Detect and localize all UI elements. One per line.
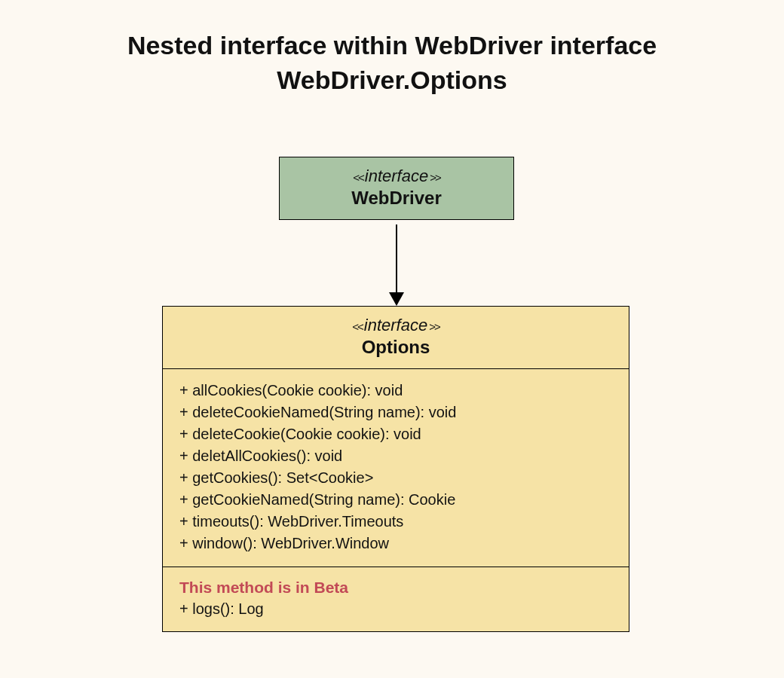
- title-line-2: WebDriver.Options: [277, 66, 507, 94]
- stereotype-open: <<: [351, 320, 364, 333]
- diagram-canvas: Nested interface within WebDriver interf…: [0, 0, 784, 678]
- stereotype-word: interface: [364, 316, 427, 334]
- webdriver-header: <<interface>> WebDriver: [280, 157, 513, 219]
- method-item: + deleteCookie(Cookie cookie): void: [179, 423, 612, 445]
- method-item: + allCookies(Cookie cookie): void: [179, 380, 612, 402]
- webdriver-class-name: WebDriver: [287, 188, 506, 209]
- method-item: + deletAllCookies(): void: [179, 445, 612, 467]
- webdriver-stereotype: <<interface>>: [287, 166, 506, 186]
- containment-arrow-head-icon: [389, 292, 404, 306]
- webdriver-interface-box: <<interface>> WebDriver: [279, 157, 514, 220]
- stereotype-open: <<: [351, 171, 365, 184]
- options-interface-box: <<interface>> Options + allCookies(Cooki…: [162, 306, 629, 632]
- beta-note: This method is in Beta: [179, 576, 612, 598]
- method-item: + window(): WebDriver.Window: [179, 533, 612, 554]
- stereotype-word: interface: [365, 166, 428, 185]
- method-item: + deleteCookieNamed(String name): void: [179, 402, 612, 423]
- method-item: + timeouts(): WebDriver.Timeouts: [179, 511, 612, 533]
- options-beta-compartment: This method is in Beta + logs(): Log: [163, 567, 629, 631]
- options-stereotype: <<interface>>: [170, 316, 621, 335]
- options-methods-compartment: + allCookies(Cookie cookie): void + dele…: [163, 369, 629, 567]
- options-class-name: Options: [170, 337, 621, 358]
- options-header: <<interface>> Options: [163, 307, 629, 369]
- method-item: + getCookies(): Set<Cookie>: [179, 467, 612, 489]
- method-item: + logs(): Log: [179, 600, 264, 617]
- title-line-1: Nested interface within WebDriver interf…: [127, 31, 657, 60]
- stereotype-close: >>: [428, 171, 442, 184]
- stereotype-close: >>: [427, 320, 441, 333]
- method-item: + getCookieNamed(String name): Cookie: [179, 489, 612, 511]
- diagram-title: Nested interface within WebDriver interf…: [0, 29, 784, 98]
- containment-arrow-line: [396, 224, 397, 297]
